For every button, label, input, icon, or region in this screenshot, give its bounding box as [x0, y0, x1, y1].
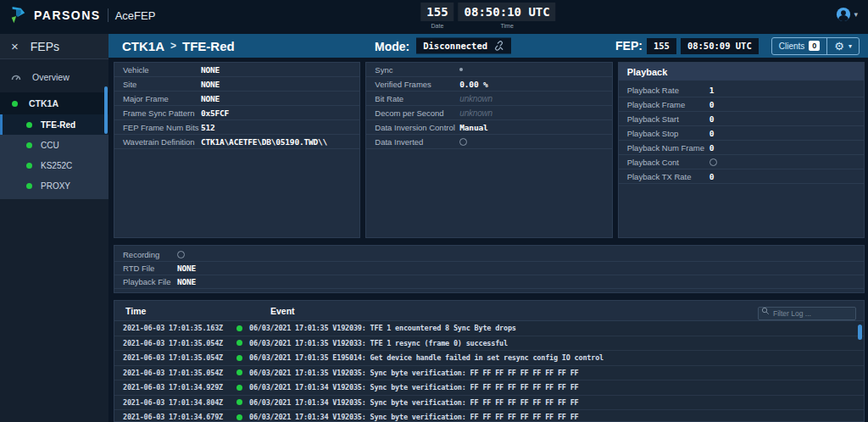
- field-value: 0.00 %: [459, 80, 487, 89]
- field-value: 0: [709, 129, 715, 138]
- sidebar-group-ctk1a[interactable]: CTK1A: [0, 92, 108, 114]
- chevron-down-icon: ▾: [854, 10, 858, 19]
- mode-value-box[interactable]: Disconnected: [416, 38, 511, 54]
- time-column-header: Time: [114, 306, 146, 316]
- field-label: Playback File: [123, 277, 177, 286]
- field-label: Vehicle: [123, 65, 201, 75]
- log-row[interactable]: 2021-06-03 17:01:35.163Z 06/03/2021 17:0…: [114, 321, 864, 336]
- field-label: Playback Start: [627, 114, 709, 124]
- sidebar: × FEPs Overview CTK1A TFE-Red: [0, 34, 108, 422]
- log-row[interactable]: 2021-06-03 17:01:34.679Z 06/03/2021 17:0…: [114, 410, 864, 422]
- status-panel: Sync Verified Frames 0.00 % Bit Rate: [365, 62, 612, 238]
- log-event: 06/03/2021 17:01:35 V192033: TFE 1 resyn…: [249, 339, 508, 347]
- panel-row: Playback TX Rate 0: [619, 169, 864, 184]
- log-rows: 2021-06-03 17:01:35.163Z 06/03/2021 17:0…: [114, 321, 864, 422]
- sidebar-item[interactable]: CCU: [0, 135, 108, 155]
- log-event: 06/03/2021 17:01:34 V192035: Sync byte v…: [249, 413, 578, 421]
- field-label: Playback Num Frame: [627, 143, 709, 153]
- gears-icon: ⚙: [834, 41, 844, 52]
- sidebar-item-label: CCU: [41, 141, 59, 150]
- field-label: Site: [123, 80, 201, 89]
- time-label: Time: [500, 23, 513, 29]
- event-log-table: Time Event 2021-06-03 17:01:35.163Z: [114, 300, 865, 422]
- sidebar-scrollbar-thumb[interactable]: [104, 86, 108, 134]
- utc-clock: 155 Date 08:50:10 UTC Time: [420, 3, 555, 29]
- status-indicator: [459, 68, 463, 71]
- user-menu-button[interactable]: ▾: [836, 7, 858, 22]
- status-indicator: [709, 158, 717, 166]
- log-time: 2021-06-03 17:01:34.804Z: [123, 398, 235, 407]
- log-row[interactable]: 2021-06-03 17:01:34.929Z 06/03/2021 17:0…: [114, 380, 864, 396]
- panel-row: Bit Rate unknown: [366, 92, 611, 106]
- sidebar-item-overview[interactable]: Overview: [0, 66, 108, 87]
- field-value: unknown: [459, 108, 492, 118]
- status-dot: [236, 414, 242, 420]
- panel-row: Frame Sync Pattern 0x5FCF: [114, 106, 359, 120]
- field-value: 0x5FCF: [201, 108, 229, 118]
- clients-button[interactable]: Clients 0: [772, 38, 827, 54]
- panel-row: Decom per Second unknown: [366, 106, 611, 120]
- field-value: 0: [709, 100, 715, 109]
- breadcrumb-parent[interactable]: CTK1A: [122, 39, 164, 53]
- field-label: Major Frame: [123, 94, 201, 103]
- chevron-down-icon: ▾: [849, 42, 852, 50]
- date-value: 155: [420, 3, 453, 21]
- panel-row: Playback Cont: [619, 155, 864, 169]
- panel-row: Playback Start 0: [619, 112, 864, 126]
- status-dot: [236, 369, 242, 375]
- panel-row: Site NONE: [114, 77, 359, 92]
- sidebar-item[interactable]: PROXY: [0, 175, 108, 196]
- brand: PARSONS AceFEP: [0, 0, 155, 25]
- brand-name: PARSONS: [34, 8, 101, 22]
- fep-date-box: 155: [647, 38, 676, 54]
- log-time: 2021-06-03 17:01:35.054Z: [123, 339, 235, 347]
- sidebar-header: × FEPs: [0, 34, 108, 59]
- log-row[interactable]: 2021-06-03 17:01:34.804Z 06/03/2021 17:0…: [114, 396, 864, 411]
- log-row[interactable]: 2021-06-03 17:01:35.054Z 06/03/2021 17:0…: [114, 366, 864, 381]
- chevron-right-icon: >: [170, 40, 176, 52]
- topbar: PARSONS AceFEP 155 Date 08:50:10 UTC Tim…: [0, 0, 868, 34]
- brand-divider: [108, 8, 108, 22]
- field-value: NONE: [201, 65, 220, 75]
- recording-panel: Recording RTD File NONE Playback File NO…: [114, 245, 865, 293]
- panel-row: Playback Stop 0: [619, 126, 864, 141]
- status-dot: [236, 385, 242, 391]
- field-value: 0: [709, 172, 715, 181]
- clients-count-badge: 0: [809, 41, 820, 51]
- field-label: Playback Frame: [627, 100, 709, 109]
- field-label: Data Inversion Control: [375, 123, 459, 132]
- close-icon[interactable]: ×: [11, 40, 19, 53]
- log-event: 06/03/2021 17:01:34 V192035: Sync byte v…: [249, 398, 578, 407]
- log-time: 2021-06-03 17:01:35.163Z: [123, 324, 235, 332]
- sidebar-item[interactable]: KS252C: [0, 155, 108, 175]
- log-scrollbar-thumb[interactable]: [858, 325, 862, 340]
- log-row[interactable]: 2021-06-03 17:01:35.054Z 06/03/2021 17:0…: [114, 351, 864, 366]
- field-value: NONE: [201, 80, 220, 89]
- field-value: NONE: [177, 277, 196, 286]
- log-time: 2021-06-03 17:01:35.054Z: [123, 353, 235, 362]
- field-label: Playback TX Rate: [627, 172, 709, 181]
- field-label: Data Inverted: [375, 137, 459, 147]
- field-label: Sync: [375, 65, 459, 75]
- log-event: 06/03/2021 17:01:35 V192039: TFE 1 encou…: [249, 324, 516, 332]
- log-event: 06/03/2021 17:01:34 V192035: Sync byte v…: [249, 383, 578, 391]
- sidebar-group-label: CTK1A: [29, 98, 58, 108]
- filter-log-input[interactable]: [758, 307, 856, 320]
- log-row[interactable]: 2021-06-03 17:01:35.054Z 06/03/2021 17:0…: [114, 336, 864, 352]
- breadcrumb: CTK1A > TFE-Red: [122, 39, 235, 53]
- log-time: 2021-06-03 17:01:34.679Z: [123, 413, 235, 421]
- settings-dropdown-button[interactable]: ⚙ ▾: [826, 38, 859, 54]
- panel-row: Data Inverted: [366, 135, 611, 149]
- status-dot: [236, 355, 242, 361]
- sidebar-item[interactable]: TFE-Red: [0, 114, 108, 135]
- log-time: 2021-06-03 17:01:35.054Z: [123, 369, 235, 377]
- panel-row: Verified Frames 0.00 %: [366, 77, 611, 92]
- user-icon: [836, 7, 851, 22]
- sidebar-item-label: KS252C: [41, 161, 72, 170]
- date-label: Date: [431, 23, 444, 29]
- panel-row: Wavetrain Definition CTK1A\ACETFE\DB\051…: [114, 135, 359, 149]
- field-value: unknown: [459, 94, 492, 103]
- log-event: 06/03/2021 17:01:35 E195014: Get device …: [249, 353, 604, 362]
- time-value: 08:50:10 UTC: [459, 3, 556, 21]
- panel-row: Major Frame NONE: [114, 92, 359, 106]
